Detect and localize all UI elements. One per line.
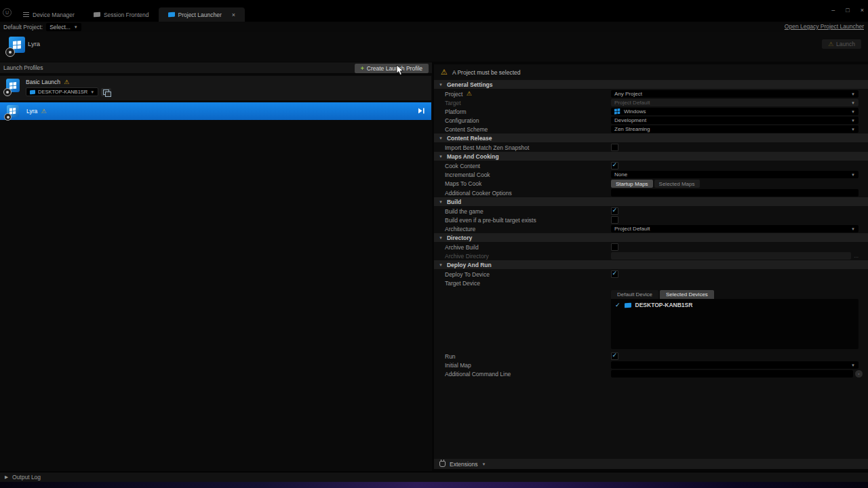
tab-project-launcher[interactable]: Project Launcher ×	[159, 7, 245, 22]
section-build[interactable]: ▼ Build	[434, 197, 868, 206]
platform-select[interactable]: Windows ▼	[611, 108, 859, 115]
content-scheme-label: Content Scheme	[445, 126, 611, 133]
chevron-down-icon: ▼	[74, 25, 78, 29]
tab-session-frontend[interactable]: Session Frontend	[84, 7, 159, 22]
row-deploy-to-device: Deploy To Device	[434, 270, 868, 279]
warning-icon: ⚠	[441, 68, 448, 76]
initial-map-label: Initial Map	[445, 362, 611, 369]
profile-device-value: DESKTOP-KANB1SR	[38, 89, 87, 95]
incremental-cook-select[interactable]: None ▼	[611, 171, 859, 178]
row-target: Target Project Default ▼	[434, 98, 868, 107]
tab-bar: Device Manager Session Frontend Project …	[14, 7, 245, 22]
window-controls: – □ ×	[831, 7, 864, 14]
cook-content-checkbox[interactable]	[611, 162, 618, 169]
section-content-release[interactable]: ▼ Content Release	[434, 134, 868, 142]
archive-build-checkbox[interactable]	[611, 243, 618, 251]
startup-maps-button[interactable]: Startup Maps	[611, 180, 653, 188]
project-select[interactable]: Any Project ▼	[611, 90, 859, 98]
row-maps-to-cook: Maps To Cook Startup Maps Selected Maps	[434, 179, 868, 188]
section-title: General Settings	[447, 81, 493, 88]
profile-device-select[interactable]: DESKTOP-KANB1SR ▼	[26, 87, 98, 96]
target-label: Target	[445, 100, 611, 106]
project-header: Lyra ⚠ Launch	[0, 32, 868, 62]
expander-icon[interactable]: ▶	[5, 474, 8, 480]
architecture-select[interactable]: Project Default ▼	[611, 225, 859, 232]
section-directory[interactable]: ▼ Directory	[434, 233, 868, 242]
minimize-icon[interactable]: –	[831, 7, 835, 14]
platform-label: Platform	[445, 108, 611, 115]
cmdline-history-icon[interactable]: ◦	[855, 370, 863, 378]
initial-map-select[interactable]: ▼	[611, 361, 859, 369]
row-initial-map: Initial Map ▼	[434, 361, 868, 369]
maximize-icon[interactable]: □	[846, 7, 849, 14]
profile-icon	[6, 79, 20, 92]
extensions-bar[interactable]: Extensions ▼	[434, 459, 868, 469]
deploy-to-device-checkbox[interactable]	[611, 270, 618, 278]
tab-selected-devices[interactable]: Selected Devices	[660, 290, 714, 299]
collapse-icon: ▼	[439, 236, 443, 240]
tab-close-icon[interactable]: ×	[232, 12, 235, 18]
cmdline-input[interactable]	[611, 370, 853, 378]
output-log-title: Output Log	[12, 474, 41, 481]
archive-directory-label: Archive Directory	[445, 253, 611, 260]
row-import-zen-snapshot: Import Best Match Zen Snapshot	[434, 143, 868, 152]
create-launch-profile-label: Create Launch Profile	[367, 65, 422, 72]
build-prebuilt-checkbox[interactable]	[611, 216, 618, 224]
open-legacy-launcher-link[interactable]: Open Legacy Project Launcher	[785, 23, 864, 30]
profile-row-basic-launch[interactable]: Basic Launch ⚠ DESKTOP-KANB1SR ▼	[0, 76, 431, 100]
device-tabs: Default Device Selected Devices	[611, 290, 868, 299]
device-name: DESKTOP-KANB1SR	[635, 302, 693, 308]
profile-icon	[7, 105, 19, 117]
project-icon	[9, 37, 25, 53]
device-checkbox[interactable]: ✓	[615, 302, 620, 308]
platform-value: Windows	[624, 108, 646, 115]
device-manager-icon	[23, 12, 29, 17]
chevron-down-icon: ▼	[90, 90, 94, 94]
device-icon	[625, 302, 631, 308]
import-zen-snapshot-checkbox[interactable]	[611, 144, 618, 151]
camera-icon	[4, 113, 12, 121]
default-project-select[interactable]: Select... ▼	[46, 23, 81, 31]
archive-directory-input	[611, 252, 851, 260]
profile-row-lyra-selected[interactable]: Lyra ⚠	[0, 102, 431, 120]
profile-name-label: Lyra	[26, 108, 37, 115]
project-name: Lyra	[28, 40, 40, 47]
tab-default-device[interactable]: Default Device	[611, 290, 658, 299]
section-deploy-and-run[interactable]: ▼ Deploy And Run	[434, 260, 868, 269]
chevron-down-icon: ▼	[851, 363, 855, 367]
section-title: Maps And Cooking	[447, 153, 499, 160]
import-zen-snapshot-label: Import Best Match Zen Snapshot	[445, 144, 611, 151]
build-the-game-checkbox[interactable]	[611, 207, 618, 215]
cooker-options-input[interactable]	[611, 189, 859, 197]
close-icon[interactable]: ×	[861, 7, 864, 14]
warning-icon: ⚠	[64, 79, 69, 85]
section-title: Content Release	[447, 135, 492, 142]
architecture-value: Project Default	[614, 226, 650, 232]
chevron-down-icon: ▼	[851, 101, 855, 105]
row-archive-build: Archive Build	[434, 243, 868, 251]
project-label: Project	[445, 91, 462, 98]
profile-variant-button[interactable]	[101, 88, 111, 96]
project-launcher-icon	[168, 12, 175, 18]
run-checkbox[interactable]	[611, 352, 618, 360]
configuration-select[interactable]: Development ▼	[611, 117, 859, 124]
row-run: Run	[434, 352, 868, 361]
goto-profile-icon[interactable]	[418, 108, 425, 114]
row-cooker-options: Additional Cooker Options	[434, 188, 868, 197]
target-select: Project Default ▼	[611, 99, 859, 106]
section-general-settings[interactable]: ▼ General Settings	[434, 80, 868, 89]
launch-button[interactable]: ⚠ Launch	[822, 39, 861, 49]
chevron-down-icon: ▼	[482, 462, 486, 466]
output-log-bar[interactable]: ▶ Output Log	[0, 472, 868, 482]
section-maps-and-cooking[interactable]: ▼ Maps And Cooking	[434, 152, 868, 161]
section-title: Deploy And Run	[447, 262, 492, 268]
content-scheme-select[interactable]: Zen Streaming ▼	[611, 125, 859, 133]
tab-device-manager[interactable]: Device Manager	[14, 7, 84, 22]
architecture-label: Architecture	[445, 226, 611, 232]
collapse-icon: ▼	[439, 263, 443, 267]
selected-maps-button[interactable]: Selected Maps	[654, 180, 700, 188]
device-row[interactable]: ✓ DESKTOP-KANB1SR	[611, 299, 859, 308]
maps-to-cook-segmented: Startup Maps Selected Maps	[611, 180, 700, 188]
configuration-value: Development	[614, 117, 646, 123]
create-launch-profile-button[interactable]: + Create Launch Profile	[355, 64, 429, 73]
